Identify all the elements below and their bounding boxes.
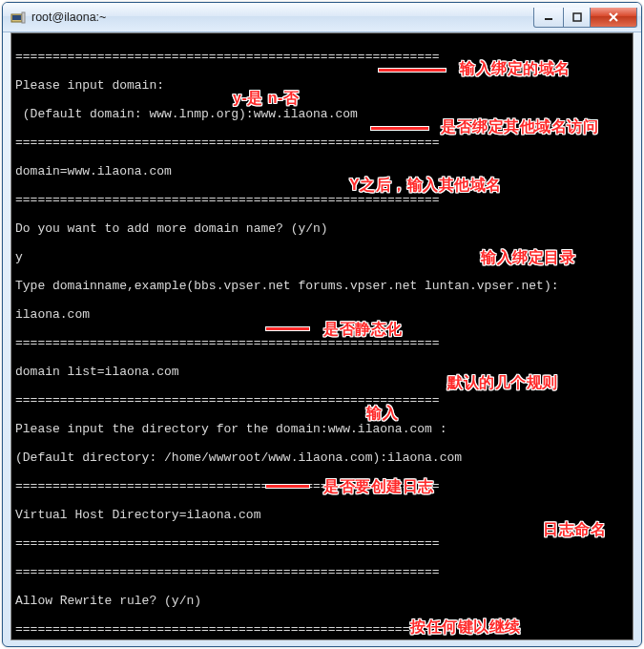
window-controls (533, 8, 637, 28)
domain-echo: domain=www.ilaona.com (15, 164, 629, 178)
prompt-more-domain: Do you want to add more domain name? (y/… (15, 221, 629, 236)
vhost-dir: Virtual Host Directory=ilaona.com (15, 508, 629, 522)
input-directory: (Default directory: /home/wwwroot/www.il… (15, 450, 629, 465)
terminal-output: ========================================… (11, 33, 633, 639)
divider: ========================================… (15, 565, 629, 579)
window-title: root@ilaona:~ (31, 10, 533, 24)
domain-list: domain list=ilaona.com (15, 365, 629, 379)
close-button[interactable] (591, 8, 637, 28)
prompt-rewrite: Allow Rewrite rule? (y/n) (15, 594, 629, 608)
prompt-domain: Please input domain: (15, 78, 629, 93)
divider: ========================================… (15, 479, 629, 493)
divider: ========================================… (15, 193, 629, 207)
svg-rect-2 (22, 12, 25, 23)
svg-rect-1 (12, 15, 21, 20)
titlebar[interactable]: root@ilaona:~ (3, 3, 641, 32)
answer-y: y (15, 250, 629, 264)
app-window: root@ilaona:~ ==========================… (2, 2, 642, 647)
divider: ========================================… (15, 50, 629, 64)
prompt-domainname: Type domainname,example(bbs.vpser.net fo… (15, 279, 629, 293)
input-domain: (Default domain: www.lnmp.org):www.ilaon… (15, 107, 629, 121)
prompt-directory: Please input the directory for the domai… (15, 422, 629, 436)
divider: ========================================… (15, 536, 629, 551)
svg-rect-3 (545, 18, 552, 20)
minimize-button[interactable] (533, 8, 564, 28)
input-extra-domain: ilaona.com (15, 307, 629, 322)
divider: ========================================… (15, 336, 629, 350)
svg-rect-4 (573, 13, 581, 21)
putty-icon (10, 10, 26, 25)
maximize-button[interactable] (564, 8, 591, 28)
terminal-client[interactable]: ========================================… (10, 32, 634, 640)
divider: ========================================… (15, 622, 629, 637)
divider: ========================================… (15, 136, 629, 150)
divider: ========================================… (15, 393, 629, 408)
